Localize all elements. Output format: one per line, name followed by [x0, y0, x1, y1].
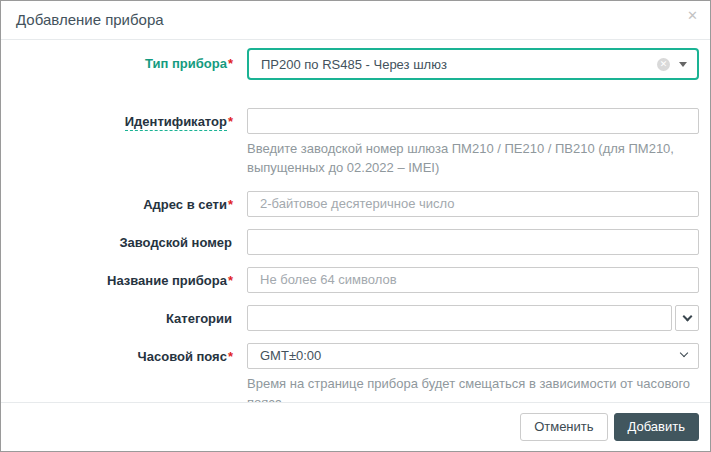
categories-input[interactable]: [247, 305, 672, 331]
close-icon[interactable]: ✕: [687, 9, 698, 22]
add-device-modal: Добавление прибора ✕ Тип прибора* ПР200 …: [0, 0, 711, 452]
cancel-button[interactable]: Отменить: [520, 413, 607, 441]
timezone-help-text: Время на странице прибора будет смещатьс…: [247, 375, 699, 402]
modal-header: Добавление прибора ✕: [1, 1, 710, 40]
device-type-select[interactable]: ПР200 по RS485 - Через шлюз ✕: [247, 48, 699, 80]
network-address-label: Адрес в сети*: [11, 191, 247, 217]
caret-down-icon: [679, 62, 687, 67]
modal-title: Добавление прибора: [16, 11, 164, 28]
network-address-input[interactable]: [247, 191, 699, 217]
timezone-value: GMT±0:00: [260, 348, 321, 363]
device-name-input[interactable]: [247, 267, 699, 293]
factory-number-label: Заводской номер: [11, 229, 247, 255]
required-asterisk: *: [228, 349, 233, 364]
required-asterisk: *: [228, 197, 233, 212]
field-row-categories: Категории: [11, 305, 699, 331]
device-type-value: ПР200 по RS485 - Через шлюз: [261, 57, 657, 72]
field-row-network-address: Адрес в сети*: [11, 191, 699, 217]
categories-label: Категории: [11, 305, 247, 331]
factory-number-input[interactable]: [247, 229, 699, 255]
field-row-factory-number: Заводской номер: [11, 229, 699, 255]
chevron-down-icon: [680, 348, 688, 356]
field-row-device-name: Название прибора*: [11, 267, 699, 293]
identifier-input[interactable]: [247, 108, 699, 134]
field-row-identifier: Идентификатор* Введите заводской номер ш…: [11, 108, 699, 178]
timezone-label: Часовой пояс*: [11, 343, 247, 402]
timezone-select[interactable]: GMT±0:00: [247, 343, 699, 369]
categories-dropdown-button[interactable]: [675, 305, 699, 331]
add-device-form: Тип прибора* ПР200 по RS485 - Через шлюз…: [1, 40, 710, 402]
required-asterisk: *: [228, 273, 233, 288]
field-row-device-type: Тип прибора* ПР200 по RS485 - Через шлюз…: [11, 48, 699, 80]
device-name-label: Название прибора*: [11, 267, 247, 293]
modal-footer: Отменить Добавить: [1, 402, 710, 451]
chevron-down-icon: [682, 311, 692, 321]
required-asterisk: *: [228, 56, 233, 71]
submit-button[interactable]: Добавить: [614, 413, 699, 441]
clear-icon[interactable]: ✕: [657, 58, 670, 71]
identifier-label: Идентификатор*: [11, 108, 247, 178]
required-asterisk: *: [228, 114, 233, 129]
field-row-timezone: Часовой пояс* GMT±0:00 Время на странице…: [11, 343, 699, 402]
identifier-help-text: Введите заводской номер шлюза ПМ210 / ПЕ…: [247, 140, 699, 178]
device-type-label: Тип прибора*: [11, 48, 247, 80]
